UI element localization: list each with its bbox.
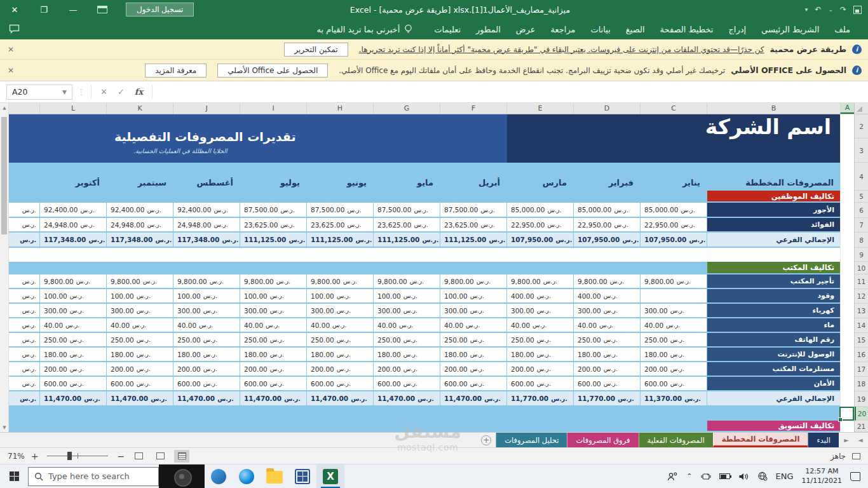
- cell-value[interactable]: 9,800.00ر.س.: [374, 274, 440, 288]
- cell-value[interactable]: 11,470.00ر.س.: [107, 391, 173, 405]
- partial-cell[interactable]: ر.س.: [9, 304, 39, 317]
- row-header-18[interactable]: 18: [855, 377, 868, 391]
- cell-value[interactable]: 600.00ر.س.: [240, 377, 306, 390]
- month-header[interactable]: يوليو: [240, 163, 306, 191]
- cell-value[interactable]: 11,470.00ر.س.: [374, 391, 440, 405]
- taskbar-app-grid[interactable]: [288, 464, 316, 488]
- cell-value[interactable]: 9,800.00ر.س.: [40, 274, 106, 288]
- cell-value[interactable]: 107,950.00ر.س.: [507, 233, 573, 247]
- cell-value[interactable]: 87,500.00ر.س.: [374, 203, 440, 217]
- cell-value[interactable]: 40.00ر.س.: [641, 318, 707, 332]
- cell-value[interactable]: 250.00ر.س.: [40, 333, 106, 346]
- cell-value[interactable]: 9,800.00ر.س.: [440, 274, 506, 288]
- cell-value[interactable]: 180.00ر.س.: [440, 348, 506, 361]
- sheet-tab[interactable]: تحليل المصروفات: [496, 433, 567, 447]
- cell-value[interactable]: 24,948.00ر.س.: [173, 218, 240, 231]
- camera-photo-thumbnail[interactable]: [159, 464, 205, 488]
- cell-value[interactable]: 600.00ر.س.: [40, 377, 106, 390]
- month-header[interactable]: مايو: [374, 163, 440, 191]
- cell-value[interactable]: 111,125.00ر.س.: [240, 233, 306, 247]
- ribbon-tab[interactable]: تعليمات: [426, 19, 468, 39]
- cell-value[interactable]: 600.00ر.س.: [641, 377, 707, 390]
- row-label[interactable]: الفوائد: [707, 218, 840, 231]
- ribbon-tab[interactable]: المطور: [468, 19, 508, 39]
- page-break-view-button[interactable]: [131, 450, 146, 463]
- cell-value[interactable]: 111,125.00ر.س.: [307, 233, 373, 247]
- cell-value[interactable]: 11,470.00ر.س.: [440, 391, 506, 405]
- subtotal-label[interactable]: الإجمالي الفرعي: [707, 391, 840, 405]
- cell-value[interactable]: 300.00ر.س.: [40, 304, 106, 317]
- month-header[interactable]: يناير: [641, 163, 707, 191]
- cell-value[interactable]: 11,370.00ر.س.: [641, 391, 707, 405]
- cell-value[interactable]: 40.00ر.س.: [173, 318, 240, 332]
- sign-in-button[interactable]: تسجيل الدخول: [126, 3, 194, 17]
- cell-value[interactable]: 11,470.00ر.س.: [40, 391, 106, 405]
- cell-value[interactable]: 107,950.00ر.س.: [574, 233, 640, 247]
- minimize-window-icon[interactable]: —: [58, 0, 88, 19]
- row-header-9[interactable]: 9: [855, 248, 868, 262]
- cell-value[interactable]: 250.00ر.س.: [574, 333, 640, 346]
- select-all-corner[interactable]: [854, 103, 868, 114]
- cell-value[interactable]: 300.00ر.س.: [107, 304, 173, 317]
- language-indicator[interactable]: ENG: [776, 471, 794, 481]
- column-header-E[interactable]: E: [506, 103, 573, 114]
- column-header-D[interactable]: D: [573, 103, 640, 114]
- close-window-icon[interactable]: ✕: [0, 0, 29, 19]
- cell-value[interactable]: 300.00ر.س.: [440, 304, 506, 317]
- protected-view-message-link[interactable]: كن حذرًا—قد تحتوي الملفات من إنترنت على …: [359, 45, 764, 54]
- cell-value[interactable]: 11,470.00ر.س.: [173, 391, 240, 405]
- ribbon-tab[interactable]: الشريط الرئيسي: [754, 19, 827, 39]
- cell-value[interactable]: 100.00ر.س.: [307, 289, 373, 302]
- enable-editing-button[interactable]: تمكين التحرير: [284, 43, 348, 57]
- column-header-I[interactable]: I: [240, 103, 306, 114]
- column-header-C[interactable]: C: [640, 103, 707, 114]
- cell-value[interactable]: 9,800.00ر.س.: [173, 274, 240, 288]
- confirm-entry-icon[interactable]: ✓: [118, 87, 125, 97]
- close-protected-bar-icon[interactable]: ✕: [8, 45, 14, 54]
- cell-value[interactable]: 200.00ر.س.: [574, 362, 640, 376]
- cell-value[interactable]: 100.00ر.س.: [240, 289, 306, 302]
- cell-value[interactable]: 117,348.00ر.س.: [40, 233, 106, 247]
- display-settings-icon[interactable]: [852, 453, 860, 459]
- row-header-15[interactable]: 15: [855, 333, 868, 348]
- cell-value[interactable]: 11,470.00ر.س.: [307, 391, 373, 405]
- ribbon-display-options-icon[interactable]: [88, 0, 117, 19]
- row-header-11[interactable]: 11: [855, 274, 868, 289]
- zoom-slider[interactable]: [47, 456, 108, 456]
- cell-value[interactable]: 300.00ر.س.: [507, 304, 573, 317]
- cell-value[interactable]: 600.00ر.س.: [307, 377, 373, 390]
- cell-value[interactable]: 40.00ر.س.: [440, 318, 506, 332]
- row-header-17[interactable]: 17: [855, 362, 868, 377]
- cell-value[interactable]: 9,800.00ر.س.: [240, 274, 306, 288]
- cell-value[interactable]: 111,125.00ر.س.: [374, 233, 440, 247]
- cell-value[interactable]: 400.00ر.س.: [507, 289, 573, 302]
- partial-cell[interactable]: ر.س.: [9, 233, 39, 247]
- planned-expenses-header[interactable]: المصروفات المخططة: [707, 163, 840, 191]
- row-header-10[interactable]: 10: [855, 262, 868, 274]
- sheet-tab[interactable]: المصروفات الفعلية: [639, 433, 713, 447]
- partial-cell[interactable]: ر.س.: [9, 362, 39, 376]
- sheet-tab[interactable]: البدء: [808, 433, 839, 447]
- column-a-cells[interactable]: [840, 114, 854, 432]
- row-label[interactable]: وقود: [707, 289, 840, 302]
- row-label[interactable]: تأجير المكتب: [707, 274, 840, 288]
- cell-value[interactable]: 40.00ر.س.: [374, 318, 440, 332]
- row-header-8[interactable]: 8: [855, 233, 868, 248]
- row-header-2[interactable]: 2: [855, 114, 868, 139]
- active-cell-selection[interactable]: [839, 407, 854, 421]
- vertical-scrollbar[interactable]: ▲ ▼: [0, 103, 9, 432]
- cell-value[interactable]: 87,500.00ر.س.: [440, 203, 506, 217]
- ribbon-tab[interactable]: عرض: [508, 19, 543, 39]
- name-box[interactable]: A20 ▼: [6, 85, 72, 100]
- cell-value[interactable]: 100.00ر.س.: [440, 289, 506, 302]
- cell-value[interactable]: 200.00ر.س.: [307, 362, 373, 376]
- cell-value[interactable]: 250.00ر.س.: [641, 333, 707, 346]
- people-icon[interactable]: [667, 472, 678, 481]
- cell-value[interactable]: 180.00ر.س.: [240, 348, 306, 361]
- column-header-H[interactable]: H: [306, 103, 373, 114]
- cell-value[interactable]: 111,125.00ر.س.: [440, 233, 506, 247]
- cell-value[interactable]: 11,470.00ر.س.: [240, 391, 306, 405]
- zoom-in-icon[interactable]: +: [31, 451, 39, 461]
- insert-function-icon[interactable]: fx: [135, 87, 143, 97]
- partial-cell[interactable]: ر.س.: [9, 289, 39, 302]
